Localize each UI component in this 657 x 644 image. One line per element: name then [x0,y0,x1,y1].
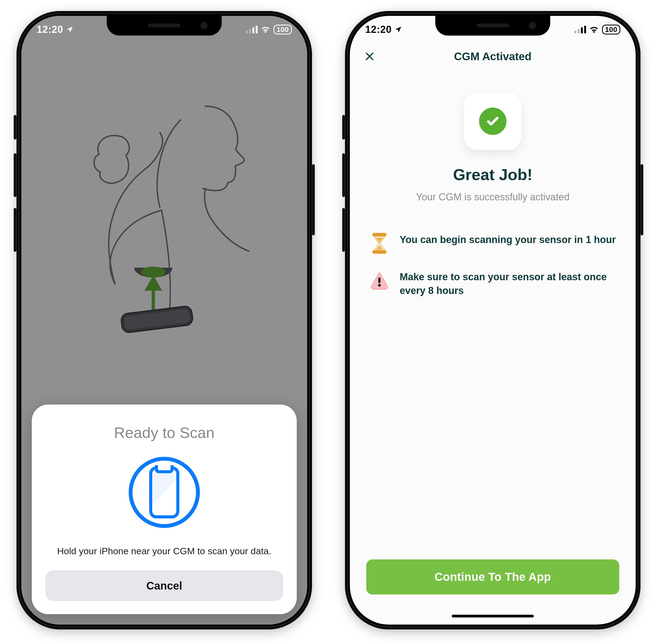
battery-level: 100 [605,26,617,33]
phone-frame-left: 12:20 100 [17,11,312,629]
nfc-phone-icon [129,457,200,528]
svg-rect-7 [378,278,381,283]
page-title: CGM Activated [454,50,531,63]
notch [107,16,222,36]
battery-level: 100 [276,26,289,33]
status-time: 12:20 [37,24,63,35]
cellular-icon [246,26,257,33]
svg-rect-6 [372,250,387,254]
location-icon [394,26,402,33]
home-indicator [452,615,534,618]
cancel-button[interactable]: Cancel [45,570,283,601]
hourglass-icon [369,233,390,254]
screen-left: 12:20 100 [21,16,307,625]
phone-frame-right: 12:20 100 [345,11,640,629]
info-row: Make sure to scan your sensor at least o… [369,270,616,298]
success-title: Great Job! [453,165,533,184]
top-bar: CGM Activated [350,45,636,67]
continue-button[interactable]: Continue To The App [366,559,619,595]
main-content: Great Job! Your CGM is successfully acti… [350,82,636,625]
svg-rect-5 [372,233,387,236]
info-list: You can begin scanning your sensor in 1 … [369,233,616,298]
close-button[interactable] [362,49,377,64]
check-circle-icon [479,108,506,135]
sheet-message: Hold your iPhone near your CGM to scan y… [57,544,271,558]
info-row: You can begin scanning your sensor in 1 … [369,233,616,254]
success-card [464,93,521,150]
status-time: 12:20 [365,24,392,35]
wifi-icon [589,26,599,33]
svg-point-8 [378,284,381,286]
screen-right: 12:20 100 [350,16,636,625]
nfc-scan-sheet: Ready to Scan Hold your iPhone near your… [32,405,297,614]
success-subtitle: Your CGM is successfully activated [416,191,570,203]
info-text: You can begin scanning your sensor in 1 … [400,233,616,247]
info-text: Make sure to scan your sensor at least o… [400,270,616,298]
alert-icon [369,270,390,291]
location-icon [66,26,74,33]
sheet-title: Ready to Scan [114,424,214,441]
battery-indicator: 100 [273,25,292,34]
notch [435,16,550,36]
cellular-icon [574,26,586,33]
battery-indicator: 100 [602,25,620,34]
wifi-icon [261,26,270,33]
